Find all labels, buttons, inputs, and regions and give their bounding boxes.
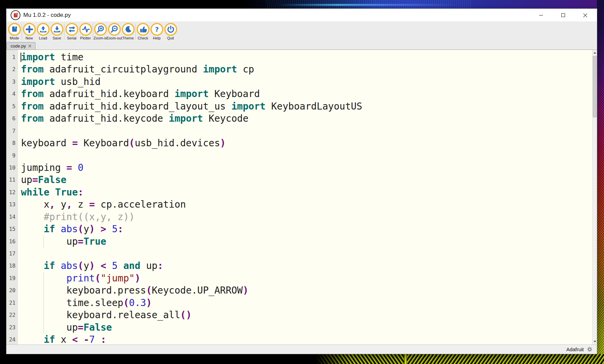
toolbar-button-plotter[interactable]: Plotter	[79, 23, 92, 40]
code-line[interactable]: from adafruit_hid.keyboard import Keyboa…	[18, 88, 592, 100]
toolbar-button-label: Zoom-out	[106, 36, 122, 40]
toolbar-button-load[interactable]: Load	[36, 23, 50, 40]
scrollbar-thumb[interactable]	[593, 56, 597, 117]
status-bar: Adafruit	[6, 344, 597, 354]
toolbar-button-label: Theme	[122, 36, 134, 40]
line-number: 11	[6, 174, 18, 186]
vertical-scrollbar[interactable]	[592, 50, 597, 344]
code-line[interactable]: up=False	[18, 174, 592, 186]
tab-bar: code.py	[6, 41, 597, 50]
thumbs-up-icon	[136, 23, 150, 36]
code-line[interactable]	[18, 248, 592, 260]
toolbar-button-new[interactable]: New	[22, 23, 36, 40]
close-icon	[583, 13, 587, 18]
toolbar-button-serial[interactable]: Serial	[65, 23, 79, 40]
mu-editor-window: Mu 1.0.2 - code.py ModeNewLoadSaveSerial…	[6, 9, 597, 354]
code-line[interactable]: print("jump")	[18, 272, 592, 284]
line-number: 16	[6, 236, 18, 248]
pulse-icon	[79, 23, 92, 36]
code-line[interactable]: while True:	[18, 186, 592, 199]
arrow-up-icon	[594, 52, 596, 54]
plus-icon	[23, 23, 36, 36]
indent-guide	[44, 322, 44, 334]
mu-logo-icon	[8, 23, 21, 36]
indent-guide	[44, 236, 44, 248]
line-number: 12	[6, 186, 18, 199]
code-line[interactable]: keyboard.press(Keycode.UP_ARROW)	[18, 284, 592, 297]
wallpaper-top-feather	[0, 0, 604, 9]
line-number: 14	[6, 211, 18, 223]
toolbar-button-label: Quit	[167, 36, 174, 40]
code-line[interactable]	[18, 125, 592, 137]
code-line[interactable]: jumping = 0	[18, 162, 592, 174]
code-line[interactable]: if abs(y) > 5:	[18, 223, 592, 235]
code-line[interactable]: from adafruit_hid.keycode import Keycode	[18, 113, 592, 125]
wallpaper-glow	[278, 4, 459, 6]
toolbar-button-save[interactable]: Save	[50, 23, 64, 40]
toolbar-separator	[135, 24, 136, 40]
toolbar-button-label: Save	[53, 36, 61, 40]
toolbar-button-help[interactable]: ?Help	[150, 23, 164, 40]
tab-code-py[interactable]: code.py	[6, 42, 35, 50]
line-number: 13	[6, 199, 18, 211]
line-number: 18	[6, 260, 18, 272]
toolbar-button-label: Load	[39, 36, 47, 40]
toolbar-button-mode[interactable]: Mode	[7, 23, 21, 40]
code-line[interactable]: import usb_hid	[18, 76, 592, 88]
toolbar-button-zoom-out[interactable]: Zoom-out	[107, 23, 121, 40]
mode-status-label: Adafruit	[566, 346, 584, 352]
line-number: 2	[6, 63, 18, 75]
line-number: 21	[6, 297, 18, 309]
close-button[interactable]	[577, 9, 593, 22]
code-line[interactable]: #print((x,y, z))	[18, 211, 592, 223]
toolbar-button-label: Check	[138, 36, 148, 40]
code-line[interactable]: from adafruit_hid.keyboard_layout_us imp…	[18, 100, 592, 113]
toolbar-button-zoom-in[interactable]: Zoom-in	[93, 23, 107, 40]
code-line[interactable]	[18, 150, 592, 162]
code-line[interactable]: up=True	[18, 236, 592, 248]
code-line[interactable]: up=False	[18, 322, 592, 334]
wallpaper-bottom-feather	[0, 354, 604, 364]
toolbar-button-quit[interactable]: Quit	[164, 23, 177, 40]
tab-close-icon[interactable]	[28, 44, 31, 48]
gear-icon[interactable]	[587, 346, 593, 352]
indent-guide	[44, 309, 44, 321]
scroll-down-button[interactable]	[593, 339, 597, 344]
code-line[interactable]: time.sleep(0.3)	[18, 297, 592, 309]
toolbar-button-check[interactable]: Check	[136, 23, 150, 40]
line-number-gutter: 123456789101112131415161718192021222324	[6, 50, 18, 344]
toolbar-button-theme[interactable]: Theme	[121, 23, 135, 40]
svg-text:?: ?	[155, 26, 159, 33]
line-number: 4	[6, 88, 18, 100]
toolbar-button-label: Serial	[67, 36, 76, 40]
maximize-button[interactable]	[555, 9, 571, 22]
line-number: 20	[6, 284, 18, 297]
toolbar: ModeNewLoadSaveSerialPlotterZoom-inZoom-…	[6, 22, 597, 41]
feather-spine	[404, 354, 407, 364]
line-number: 5	[6, 100, 18, 113]
maximize-icon	[561, 13, 565, 17]
code-line[interactable]: keyboard = Keyboard(usb_hid.devices)	[18, 137, 592, 149]
toolbar-button-label: Help	[153, 36, 161, 40]
moon-icon	[121, 23, 135, 36]
line-number: 15	[6, 223, 18, 235]
feather-barbs-right	[407, 354, 604, 364]
code-line[interactable]: x, y, z = cp.acceleration	[18, 199, 592, 211]
code-text-area[interactable]: import timefrom adafruit_circuitplaygrou…	[18, 50, 592, 344]
scroll-up-button[interactable]	[593, 50, 597, 55]
line-number: 24	[6, 334, 18, 344]
code-line[interactable]: if x < -7 :	[18, 334, 592, 344]
code-line[interactable]: from adafruit_circuitplayground import c…	[18, 63, 592, 75]
window-controls	[533, 9, 597, 22]
code-line[interactable]: if abs(y) < 5 and up:	[18, 260, 592, 272]
code-line[interactable]: keyboard.release_all()	[18, 309, 592, 321]
window-title: Mu 1.0.2 - code.py	[23, 12, 71, 19]
line-number: 8	[6, 137, 18, 149]
line-number: 3	[6, 76, 18, 88]
line-number: 9	[6, 150, 18, 162]
tab-label: code.py	[10, 43, 26, 49]
code-line[interactable]: import time	[18, 51, 592, 63]
download-icon	[50, 23, 64, 36]
minimize-button[interactable]	[533, 9, 549, 22]
magnifier-plus-icon	[94, 23, 107, 36]
